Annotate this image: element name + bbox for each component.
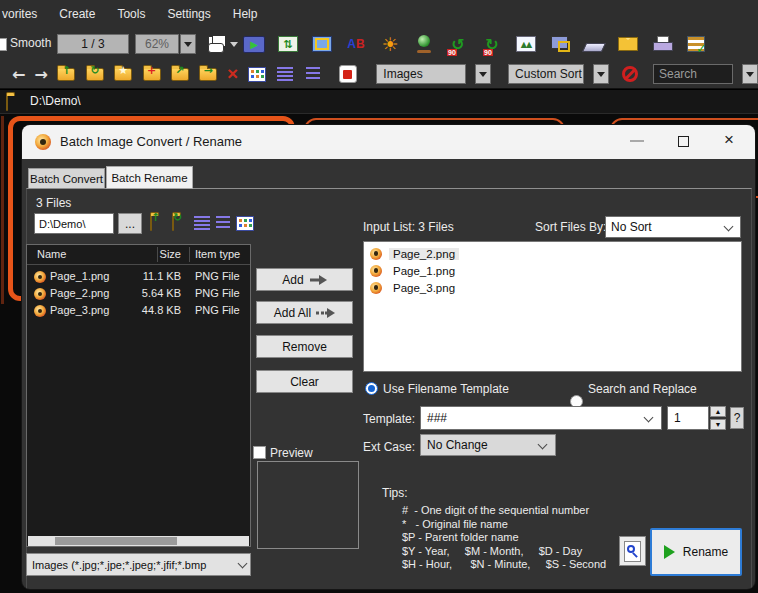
zoom-level-button[interactable]: 62% [135,34,179,54]
batch-rename-icon[interactable]: AB [344,32,368,56]
smooth-checkbox[interactable] [0,38,7,51]
menu-item-tools[interactable]: Tools [117,7,145,21]
image-file-icon [370,265,382,277]
dialog-title: Batch Image Convert / Rename [60,134,242,149]
list-view-icon[interactable] [304,63,323,85]
ext-case-select[interactable]: No Change [420,434,556,456]
dialog-titlebar[interactable]: Batch Image Convert / Rename × [22,125,755,159]
horizontal-scrollbar[interactable] [28,536,249,546]
adjust-lighting-icon[interactable]: ☀ [378,32,402,56]
zoom-dropdown-button[interactable] [180,34,196,54]
filter-select-arrow[interactable] [475,64,492,84]
table-row[interactable]: Page_1.png 11.1 KB PNG File [27,269,250,285]
folder-favorites-icon[interactable]: ★ [114,63,133,85]
delete-icon[interactable]: × [227,64,238,84]
rotate-right-icon[interactable]: ↻ 90 [480,32,504,56]
filter-select[interactable]: Images [376,64,465,84]
start-number-input[interactable]: 1 [667,406,709,430]
source-folder-refresh-icon[interactable]: ↻ [172,216,174,230]
thumbnails-view-icon[interactable] [247,63,266,85]
add-all-button[interactable]: Add All [256,301,353,324]
copy-to-folder-icon[interactable]: → [199,63,218,85]
close-icon[interactable]: × [724,130,734,150]
input-file-name: Page_3.png [389,282,459,294]
scrollbar-thumb[interactable] [55,537,177,545]
search-replace-label: Search and Replace [588,382,697,396]
files-count-label: 3 Files [36,196,71,210]
resize-images-icon[interactable]: ⇅ [276,32,300,56]
hand-tool-icon[interactable] [206,35,226,53]
screen-capture-icon[interactable] [548,32,572,56]
list-item[interactable]: Page_2.png [364,245,741,262]
template-label: Template: [363,412,415,426]
column-name[interactable]: Name [37,248,66,260]
back-icon[interactable]: ← [12,65,25,84]
source-folder-up-icon[interactable]: ↑ [150,216,152,230]
maximize-icon[interactable] [678,136,689,147]
move-to-folder-icon[interactable]: ↗ [170,63,189,85]
column-type[interactable]: Item type [195,248,240,260]
folder-up-icon[interactable]: ↑ [57,63,76,85]
search-dropdown-arrow[interactable] [742,64,758,84]
file-filter-select[interactable]: Images (*.jpg;*.jpe;*.jpeg;*.jfif;*.bmp [26,553,251,576]
sort-select[interactable]: Custom Sort [508,64,584,84]
preview-checkbox[interactable] [253,446,266,459]
source-thumbnails-view-icon[interactable] [236,216,254,231]
minimize-icon[interactable] [630,140,644,142]
tab-batch-convert[interactable]: Batch Convert [28,168,105,189]
red-eye-icon[interactable] [412,32,436,56]
forward-icon[interactable]: → [34,65,47,84]
file-name: Page_2.png [50,287,109,299]
source-folder-input[interactable]: D:\Demo\ [34,213,114,234]
scanner-icon[interactable] [582,32,606,56]
stepper-down-icon[interactable]: ▼ [710,419,726,430]
template-help-button[interactable]: ? [730,407,744,429]
sort-select-arrow[interactable] [593,64,610,84]
source-list-view-icon[interactable] [216,216,230,230]
add-button[interactable]: Add [256,268,353,291]
use-template-radio[interactable] [365,382,378,395]
remove-button[interactable]: Remove [256,335,353,358]
page-indicator-button[interactable]: 1 / 3 [57,34,129,54]
menu-item-settings[interactable]: Settings [167,7,210,21]
source-details-view-icon[interactable] [194,216,210,230]
details-view-icon[interactable] [275,63,294,85]
start-number-stepper[interactable]: ▲ ▼ [710,406,726,430]
stop-icon[interactable] [338,63,357,85]
crop-icon[interactable] [310,32,334,56]
search-input[interactable]: Search [653,64,733,84]
compare-images-icon[interactable]: ▲▲ [514,32,538,56]
source-file-list[interactable]: Name Size Item type Page_1.png 11.1 KB P… [26,244,251,547]
browse-button[interactable]: ... [118,213,142,234]
email-icon[interactable] [616,32,640,56]
rotate-left-icon[interactable]: ↺ 90 [446,32,470,56]
menu-item-favorites[interactable]: vorites [2,7,37,21]
table-row[interactable]: Page_2.png 5.64 KB PNG File [27,286,250,302]
tip-line: * - Original file name [402,518,606,532]
block-icon[interactable] [622,66,638,82]
magnifier-doc-icon [624,541,641,562]
menu-item-create[interactable]: Create [59,7,95,21]
clear-button[interactable]: Clear [256,370,353,393]
file-list-header[interactable]: Name Size Item type [27,245,250,265]
menu-item-help[interactable]: Help [233,7,258,21]
slideshow-icon[interactable]: ▶ [242,32,266,56]
template-combo[interactable]: ### [420,406,662,430]
address-bar[interactable]: D:\Demo\ [0,89,758,114]
list-item[interactable]: Page_3.png [364,279,741,296]
folder-new-icon[interactable]: + [142,63,161,85]
preview-rename-button[interactable] [619,536,646,566]
stepper-up-icon[interactable]: ▲ [710,406,726,417]
settings-check-icon[interactable]: ✓ [684,32,708,56]
column-size[interactable]: Size [119,248,181,260]
print-icon[interactable] [650,32,674,56]
tip-line: $H - Hour, $N - Minute, $S - Second [402,558,606,572]
table-row[interactable]: Page_3.png 44.8 KB PNG File [27,303,250,319]
rename-button[interactable]: Rename [650,528,742,576]
input-list[interactable]: Page_2.png Page_1.png Page_3.png [363,241,742,372]
hand-tool-dropdown-icon[interactable] [230,42,238,51]
tab-batch-rename[interactable]: Batch Rename [106,166,193,189]
list-item[interactable]: Page_1.png [364,262,741,279]
sort-files-select[interactable]: No Sort [605,216,741,238]
folder-refresh-icon[interactable]: ↻ [85,63,104,85]
